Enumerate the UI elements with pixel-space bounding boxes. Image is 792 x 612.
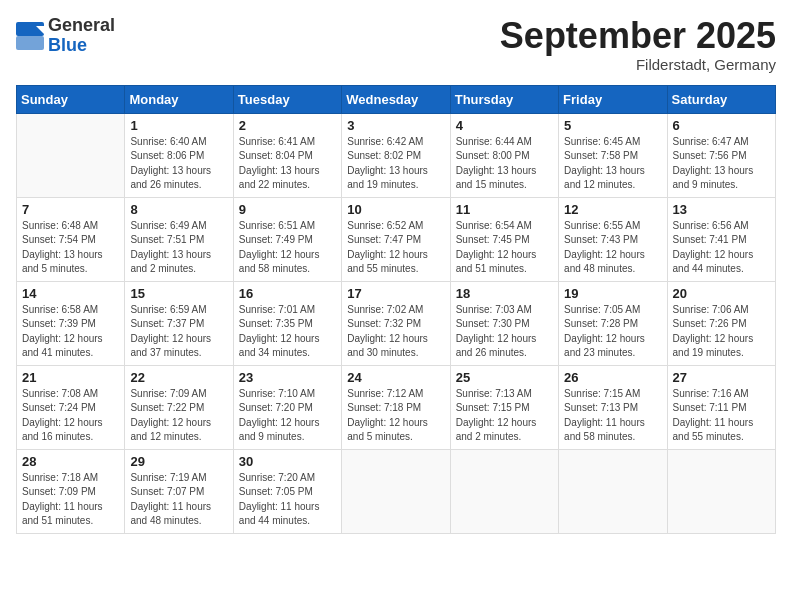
day-number: 10: [347, 202, 444, 217]
day-info: Sunrise: 6:59 AMSunset: 7:37 PMDaylight:…: [130, 303, 227, 361]
calendar-cell: 19Sunrise: 7:05 AMSunset: 7:28 PMDayligh…: [559, 281, 667, 365]
day-info: Sunrise: 6:49 AMSunset: 7:51 PMDaylight:…: [130, 219, 227, 277]
calendar-cell: 17Sunrise: 7:02 AMSunset: 7:32 PMDayligh…: [342, 281, 450, 365]
logo-general-text: General: [48, 16, 115, 36]
weekday-header-monday: Monday: [125, 85, 233, 113]
calendar-cell: 6Sunrise: 6:47 AMSunset: 7:56 PMDaylight…: [667, 113, 775, 197]
day-number: 15: [130, 286, 227, 301]
day-info: Sunrise: 6:45 AMSunset: 7:58 PMDaylight:…: [564, 135, 661, 193]
day-info: Sunrise: 7:13 AMSunset: 7:15 PMDaylight:…: [456, 387, 553, 445]
calendar-cell: 9Sunrise: 6:51 AMSunset: 7:49 PMDaylight…: [233, 197, 341, 281]
day-number: 13: [673, 202, 770, 217]
calendar-cell: 3Sunrise: 6:42 AMSunset: 8:02 PMDaylight…: [342, 113, 450, 197]
day-info: Sunrise: 7:18 AMSunset: 7:09 PMDaylight:…: [22, 471, 119, 529]
weekday-header-tuesday: Tuesday: [233, 85, 341, 113]
calendar-cell: 27Sunrise: 7:16 AMSunset: 7:11 PMDayligh…: [667, 365, 775, 449]
calendar-cell: 22Sunrise: 7:09 AMSunset: 7:22 PMDayligh…: [125, 365, 233, 449]
calendar-cell: 16Sunrise: 7:01 AMSunset: 7:35 PMDayligh…: [233, 281, 341, 365]
day-info: Sunrise: 7:08 AMSunset: 7:24 PMDaylight:…: [22, 387, 119, 445]
calendar-cell: 5Sunrise: 6:45 AMSunset: 7:58 PMDaylight…: [559, 113, 667, 197]
calendar-cell: 8Sunrise: 6:49 AMSunset: 7:51 PMDaylight…: [125, 197, 233, 281]
day-number: 1: [130, 118, 227, 133]
calendar-cell: 25Sunrise: 7:13 AMSunset: 7:15 PMDayligh…: [450, 365, 558, 449]
calendar-cell: [667, 449, 775, 533]
week-row-5: 28Sunrise: 7:18 AMSunset: 7:09 PMDayligh…: [17, 449, 776, 533]
logo-blue-text: Blue: [48, 36, 115, 56]
day-number: 18: [456, 286, 553, 301]
day-number: 24: [347, 370, 444, 385]
calendar-cell: 10Sunrise: 6:52 AMSunset: 7:47 PMDayligh…: [342, 197, 450, 281]
calendar-cell: 20Sunrise: 7:06 AMSunset: 7:26 PMDayligh…: [667, 281, 775, 365]
calendar-cell: 21Sunrise: 7:08 AMSunset: 7:24 PMDayligh…: [17, 365, 125, 449]
day-number: 28: [22, 454, 119, 469]
week-row-4: 21Sunrise: 7:08 AMSunset: 7:24 PMDayligh…: [17, 365, 776, 449]
day-number: 27: [673, 370, 770, 385]
day-number: 30: [239, 454, 336, 469]
day-info: Sunrise: 6:55 AMSunset: 7:43 PMDaylight:…: [564, 219, 661, 277]
day-number: 17: [347, 286, 444, 301]
weekday-header-wednesday: Wednesday: [342, 85, 450, 113]
calendar-cell: 1Sunrise: 6:40 AMSunset: 8:06 PMDaylight…: [125, 113, 233, 197]
day-number: 23: [239, 370, 336, 385]
calendar-cell: [342, 449, 450, 533]
logo-icon: [16, 22, 44, 50]
calendar-cell: 7Sunrise: 6:48 AMSunset: 7:54 PMDaylight…: [17, 197, 125, 281]
calendar-cell: 29Sunrise: 7:19 AMSunset: 7:07 PMDayligh…: [125, 449, 233, 533]
day-number: 19: [564, 286, 661, 301]
calendar-table: SundayMondayTuesdayWednesdayThursdayFrid…: [16, 85, 776, 534]
day-number: 8: [130, 202, 227, 217]
week-row-2: 7Sunrise: 6:48 AMSunset: 7:54 PMDaylight…: [17, 197, 776, 281]
day-number: 6: [673, 118, 770, 133]
calendar-cell: 26Sunrise: 7:15 AMSunset: 7:13 PMDayligh…: [559, 365, 667, 449]
calendar-cell: [450, 449, 558, 533]
day-info: Sunrise: 7:09 AMSunset: 7:22 PMDaylight:…: [130, 387, 227, 445]
day-info: Sunrise: 6:58 AMSunset: 7:39 PMDaylight:…: [22, 303, 119, 361]
day-number: 26: [564, 370, 661, 385]
day-info: Sunrise: 6:41 AMSunset: 8:04 PMDaylight:…: [239, 135, 336, 193]
calendar-cell: 30Sunrise: 7:20 AMSunset: 7:05 PMDayligh…: [233, 449, 341, 533]
calendar-cell: 13Sunrise: 6:56 AMSunset: 7:41 PMDayligh…: [667, 197, 775, 281]
day-number: 20: [673, 286, 770, 301]
weekday-header-saturday: Saturday: [667, 85, 775, 113]
day-info: Sunrise: 6:54 AMSunset: 7:45 PMDaylight:…: [456, 219, 553, 277]
day-info: Sunrise: 6:42 AMSunset: 8:02 PMDaylight:…: [347, 135, 444, 193]
day-number: 22: [130, 370, 227, 385]
day-info: Sunrise: 6:40 AMSunset: 8:06 PMDaylight:…: [130, 135, 227, 193]
day-info: Sunrise: 7:06 AMSunset: 7:26 PMDaylight:…: [673, 303, 770, 361]
calendar-cell: 11Sunrise: 6:54 AMSunset: 7:45 PMDayligh…: [450, 197, 558, 281]
day-number: 2: [239, 118, 336, 133]
day-info: Sunrise: 7:02 AMSunset: 7:32 PMDaylight:…: [347, 303, 444, 361]
week-row-1: 1Sunrise: 6:40 AMSunset: 8:06 PMDaylight…: [17, 113, 776, 197]
day-info: Sunrise: 7:01 AMSunset: 7:35 PMDaylight:…: [239, 303, 336, 361]
day-info: Sunrise: 7:15 AMSunset: 7:13 PMDaylight:…: [564, 387, 661, 445]
day-info: Sunrise: 6:51 AMSunset: 7:49 PMDaylight:…: [239, 219, 336, 277]
location-text: Filderstadt, Germany: [500, 56, 776, 73]
day-info: Sunrise: 6:48 AMSunset: 7:54 PMDaylight:…: [22, 219, 119, 277]
day-number: 25: [456, 370, 553, 385]
calendar-cell: 15Sunrise: 6:59 AMSunset: 7:37 PMDayligh…: [125, 281, 233, 365]
day-number: 3: [347, 118, 444, 133]
day-number: 14: [22, 286, 119, 301]
calendar-cell: 18Sunrise: 7:03 AMSunset: 7:30 PMDayligh…: [450, 281, 558, 365]
day-number: 16: [239, 286, 336, 301]
month-title: September 2025: [500, 16, 776, 56]
day-number: 4: [456, 118, 553, 133]
day-info: Sunrise: 7:20 AMSunset: 7:05 PMDaylight:…: [239, 471, 336, 529]
day-number: 11: [456, 202, 553, 217]
calendar-cell: [559, 449, 667, 533]
calendar-cell: 23Sunrise: 7:10 AMSunset: 7:20 PMDayligh…: [233, 365, 341, 449]
day-number: 29: [130, 454, 227, 469]
calendar-cell: 4Sunrise: 6:44 AMSunset: 8:00 PMDaylight…: [450, 113, 558, 197]
day-info: Sunrise: 7:03 AMSunset: 7:30 PMDaylight:…: [456, 303, 553, 361]
calendar-cell: 28Sunrise: 7:18 AMSunset: 7:09 PMDayligh…: [17, 449, 125, 533]
calendar-header: SundayMondayTuesdayWednesdayThursdayFrid…: [17, 85, 776, 113]
calendar-cell: 2Sunrise: 6:41 AMSunset: 8:04 PMDaylight…: [233, 113, 341, 197]
calendar-cell: [17, 113, 125, 197]
calendar-body: 1Sunrise: 6:40 AMSunset: 8:06 PMDaylight…: [17, 113, 776, 533]
day-info: Sunrise: 7:19 AMSunset: 7:07 PMDaylight:…: [130, 471, 227, 529]
day-number: 7: [22, 202, 119, 217]
day-info: Sunrise: 7:12 AMSunset: 7:18 PMDaylight:…: [347, 387, 444, 445]
day-info: Sunrise: 6:56 AMSunset: 7:41 PMDaylight:…: [673, 219, 770, 277]
day-info: Sunrise: 7:10 AMSunset: 7:20 PMDaylight:…: [239, 387, 336, 445]
weekday-header-sunday: Sunday: [17, 85, 125, 113]
